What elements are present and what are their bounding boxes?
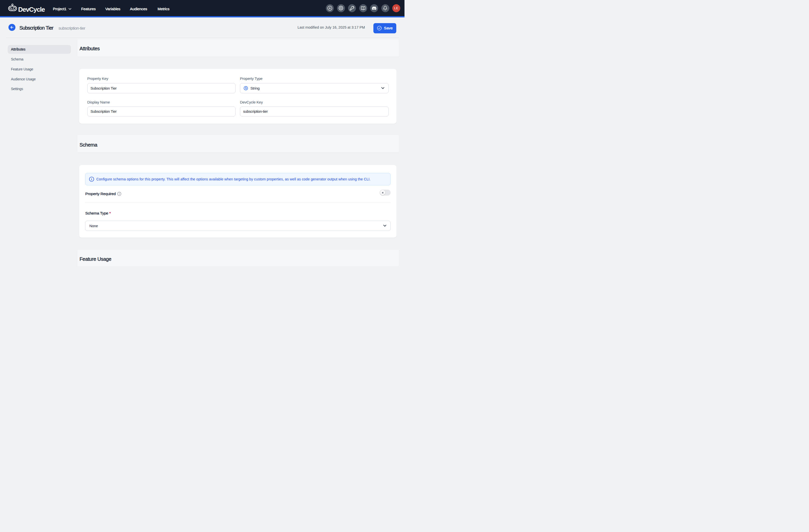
svg-text:S: S [245, 87, 247, 90]
